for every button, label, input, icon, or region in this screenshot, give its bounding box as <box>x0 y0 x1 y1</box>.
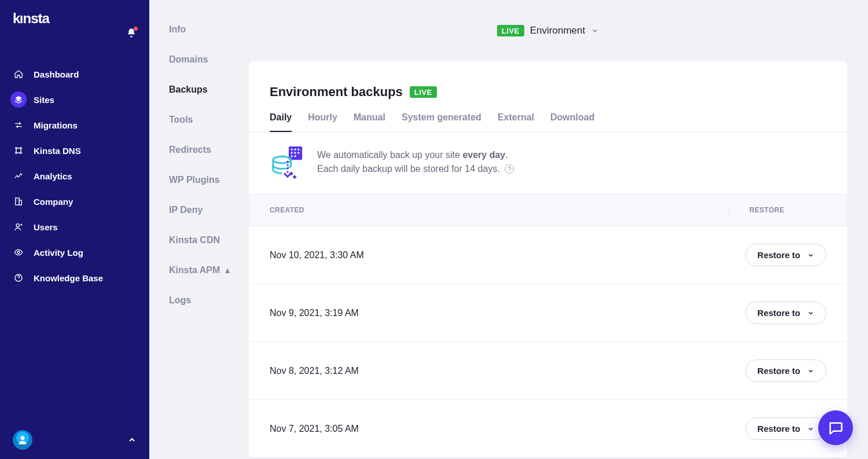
title-live-badge: LIVE <box>410 86 437 98</box>
backup-info-banner: We automatically back up your site every… <box>249 133 847 194</box>
notification-dot-icon <box>134 27 138 31</box>
chat-icon <box>827 420 844 436</box>
svg-rect-12 <box>295 149 296 150</box>
table-row: Nov 9, 2021, 3:19 AM Restore to <box>249 284 847 342</box>
collapse-sidebar-button[interactable] <box>127 435 137 445</box>
chevron-down-icon <box>591 27 599 35</box>
subnav-info[interactable]: Info <box>169 24 249 35</box>
info-help-icon[interactable]: ? <box>505 164 514 174</box>
chat-widget-button[interactable] <box>818 410 853 445</box>
table-row: Nov 10, 2021, 3:30 AM Restore to <box>249 226 847 284</box>
svg-point-3 <box>20 152 22 154</box>
environment-selector[interactable]: LIVE Environment <box>497 25 599 36</box>
subnav-ip-deny[interactable]: IP Deny <box>169 205 249 215</box>
svg-rect-5 <box>19 200 21 205</box>
svg-point-0 <box>16 148 17 149</box>
chart-icon <box>13 171 24 181</box>
subnav-logs[interactable]: Logs <box>169 295 249 306</box>
nav-label: Migrations <box>34 120 78 130</box>
chevron-down-icon <box>807 425 814 432</box>
svg-point-2 <box>16 152 17 154</box>
nav-label: Analytics <box>34 171 72 181</box>
primary-nav: Dashboard Sites Migrations Kinsta DNS <box>0 61 149 291</box>
nav-label: Company <box>34 197 73 207</box>
nav-label: Activity Log <box>34 248 83 258</box>
backup-info-text: We automatically back up your site every… <box>317 148 514 176</box>
svg-rect-13 <box>297 149 299 150</box>
subnav-wp-plugins[interactable]: WP Plugins <box>169 175 249 185</box>
tab-hourly[interactable]: Hourly <box>308 112 337 132</box>
env-live-badge: LIVE <box>497 25 524 36</box>
table-row: Nov 8, 2021, 3:12 AM Restore to <box>249 342 847 400</box>
notifications-button[interactable] <box>126 10 137 38</box>
svg-rect-15 <box>295 152 296 154</box>
svg-rect-18 <box>295 155 296 157</box>
subnav-redirects[interactable]: Redirects <box>169 145 249 155</box>
help-icon <box>13 273 24 283</box>
svg-point-9 <box>21 436 25 440</box>
layers-icon <box>13 94 24 105</box>
subnav-tools[interactable]: Tools <box>169 115 249 125</box>
svg-point-1 <box>20 148 22 149</box>
nav-users[interactable]: Users <box>0 214 149 240</box>
nav-dashboard[interactable]: Dashboard <box>0 61 149 87</box>
chevron-down-icon <box>807 310 814 317</box>
svg-point-7 <box>17 251 20 254</box>
eye-icon <box>13 247 24 258</box>
secondary-sidebar: Info Domains Backups Tools Redirects WP … <box>149 0 249 459</box>
restore-to-button[interactable]: Restore to <box>745 417 826 440</box>
restore-to-button[interactable]: Restore to <box>745 302 826 324</box>
svg-rect-16 <box>297 152 299 154</box>
col-created: CREATED <box>270 206 304 214</box>
nav-activity-log[interactable]: Activity Log <box>0 240 149 265</box>
svg-rect-17 <box>291 155 293 157</box>
restore-to-button[interactable]: Restore to <box>745 359 826 382</box>
restore-to-button[interactable]: Restore to <box>745 244 826 266</box>
user-plus-icon <box>13 222 24 232</box>
subnav-kinsta-apm[interactable]: Kinsta APM ▲ <box>169 265 249 276</box>
apm-badge-icon: ▲ <box>223 266 231 275</box>
table-header: CREATED RESTORE <box>249 194 847 226</box>
subnav-backups[interactable]: Backups <box>169 85 249 95</box>
building-icon <box>13 196 24 207</box>
backup-created: Nov 7, 2021, 3:05 AM <box>270 424 359 434</box>
nav-company[interactable]: Company <box>0 189 149 214</box>
col-restore: RESTORE <box>728 206 826 214</box>
tab-daily[interactable]: Daily <box>270 112 292 132</box>
svg-point-6 <box>16 224 19 227</box>
user-avatar[interactable] <box>13 430 32 450</box>
table-row: Nov 7, 2021, 3:05 AM Restore to <box>249 400 847 458</box>
svg-rect-14 <box>291 152 293 154</box>
nav-label: Kinsta DNS <box>34 146 81 156</box>
nav-sites[interactable]: Sites <box>0 87 149 112</box>
svg-rect-4 <box>16 198 20 205</box>
backups-card: Environment backups LIVE Daily Hourly Ma… <box>249 61 847 458</box>
nav-label: Dashboard <box>34 69 79 79</box>
chevron-down-icon <box>807 252 814 259</box>
svg-rect-11 <box>291 149 293 150</box>
brand-logo[interactable]: Kınsta <box>13 10 49 27</box>
subnav-domains[interactable]: Domains <box>169 54 249 65</box>
nav-dns[interactable]: Kinsta DNS <box>0 138 149 163</box>
svg-rect-21 <box>293 175 297 179</box>
nav-analytics[interactable]: Analytics <box>0 163 149 189</box>
nav-knowledge-base[interactable]: Knowledge Base <box>0 265 149 291</box>
subnav-kinsta-cdn[interactable]: Kinsta CDN <box>169 235 249 245</box>
backup-tabs: Daily Hourly Manual System generated Ext… <box>249 100 847 133</box>
migrate-icon <box>13 120 24 130</box>
backup-created: Nov 10, 2021, 3:30 AM <box>270 250 364 260</box>
nav-migrations[interactable]: Migrations <box>0 112 149 138</box>
page-title: Environment backups <box>270 85 403 100</box>
tab-manual[interactable]: Manual <box>354 112 385 132</box>
nav-label: Knowledge Base <box>34 273 103 283</box>
env-label: Environment <box>530 25 585 36</box>
backup-created: Nov 9, 2021, 3:19 AM <box>270 308 359 318</box>
backup-illustration-icon <box>270 144 306 180</box>
tab-system-generated[interactable]: System generated <box>402 112 481 132</box>
chevron-down-icon <box>807 368 814 374</box>
nav-label: Sites <box>34 95 54 105</box>
tab-download[interactable]: Download <box>550 112 594 132</box>
tab-external[interactable]: External <box>498 112 534 132</box>
nav-label: Users <box>34 222 58 232</box>
backup-created: Nov 8, 2021, 3:12 AM <box>270 366 359 376</box>
